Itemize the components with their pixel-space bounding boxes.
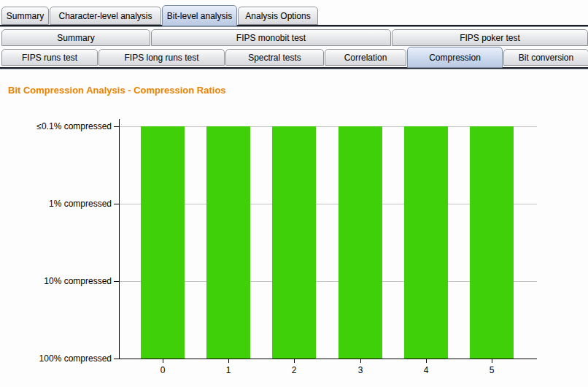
compression-ratio-chart: ≤0.1% compressed1% compressed10% compres… [119, 119, 537, 359]
tab-fips-poker-test[interactable]: FIPS poker test [392, 29, 588, 46]
bar [470, 126, 514, 359]
y-axis-tick [114, 281, 119, 282]
x-axis-line [119, 359, 537, 359]
x-axis-tick [294, 359, 295, 363]
x-axis-label: 3 [346, 365, 375, 375]
tab-row-bit-tests-1: SummaryFIPS monobit testFIPS poker test [1, 29, 588, 46]
tab-fips-long-runs-test[interactable]: FIPS long runs test [98, 49, 225, 66]
chart-title: Bit Compression Analysis - Compression R… [8, 85, 226, 96]
bar [404, 126, 448, 359]
y-axis-label: ≤0.1% compressed [2, 120, 112, 132]
x-axis-label: 5 [477, 365, 506, 375]
tab-compression[interactable]: Compression [407, 47, 503, 68]
y-axis-tick [114, 126, 119, 127]
tab-bit-level-analysis[interactable]: Bit-level analysis [162, 5, 237, 26]
tab-correlation[interactable]: Correlation [325, 49, 406, 66]
tab-fips-runs-test[interactable]: FIPS runs test [1, 49, 98, 66]
x-axis-tick [360, 359, 361, 363]
y-axis-label: 1% compressed [2, 198, 112, 210]
y-axis-label: 10% compressed [2, 275, 112, 287]
tab-summary[interactable]: Summary [1, 29, 150, 46]
bar [206, 126, 250, 359]
x-axis-label: 1 [214, 365, 243, 375]
tab-row-main: SummaryCharacter-level analysisBit-level… [1, 4, 319, 25]
bar [141, 126, 185, 359]
x-axis-tick [228, 359, 229, 363]
tab-separator-line-top [0, 25, 588, 27]
x-axis-label: 2 [279, 365, 309, 375]
x-axis-tick [492, 359, 492, 363]
tab-fips-monobit-test[interactable]: FIPS monobit test [151, 29, 391, 46]
x-axis-tick [163, 359, 163, 363]
y-axis-line [119, 119, 120, 359]
tab-spectral-tests[interactable]: Spectral tests [225, 49, 324, 66]
y-axis-tick [114, 204, 119, 204]
y-axis-tick [114, 359, 119, 359]
tab-character-level-analysis[interactable]: Character-level analysis [50, 7, 161, 25]
x-axis-label: 4 [411, 365, 441, 375]
bar [339, 126, 382, 359]
tab-summary[interactable]: Summary [1, 7, 49, 25]
x-axis-tick [426, 359, 427, 363]
tab-analysis-options[interactable]: Analysis Options [238, 7, 318, 25]
x-axis-label: 0 [148, 365, 177, 375]
y-axis-label: 100% compressed [2, 353, 112, 364]
tab-bit-conversion[interactable]: Bit conversion [503, 49, 588, 66]
bar [272, 126, 316, 359]
tab-row-bit-tests-2: FIPS runs testFIPS long runs testSpectra… [1, 47, 588, 66]
